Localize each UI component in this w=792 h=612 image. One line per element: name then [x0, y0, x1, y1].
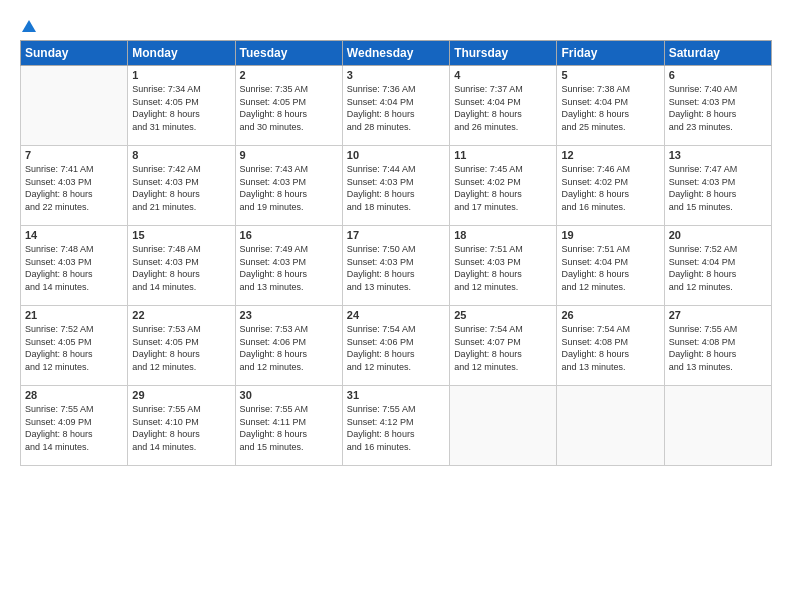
- day-number: 5: [561, 69, 659, 81]
- day-info: Sunrise: 7:54 AM Sunset: 4:08 PM Dayligh…: [561, 323, 659, 373]
- day-info: Sunrise: 7:51 AM Sunset: 4:03 PM Dayligh…: [454, 243, 552, 293]
- calendar-week-3: 14Sunrise: 7:48 AM Sunset: 4:03 PM Dayli…: [21, 226, 772, 306]
- calendar-header-monday: Monday: [128, 41, 235, 66]
- calendar-cell: 28Sunrise: 7:55 AM Sunset: 4:09 PM Dayli…: [21, 386, 128, 466]
- day-number: 12: [561, 149, 659, 161]
- day-number: 26: [561, 309, 659, 321]
- day-number: 25: [454, 309, 552, 321]
- calendar-cell: 5Sunrise: 7:38 AM Sunset: 4:04 PM Daylig…: [557, 66, 664, 146]
- calendar-header-row: SundayMondayTuesdayWednesdayThursdayFrid…: [21, 41, 772, 66]
- calendar-cell: 7Sunrise: 7:41 AM Sunset: 4:03 PM Daylig…: [21, 146, 128, 226]
- day-info: Sunrise: 7:53 AM Sunset: 4:06 PM Dayligh…: [240, 323, 338, 373]
- calendar-header-wednesday: Wednesday: [342, 41, 449, 66]
- day-number: 17: [347, 229, 445, 241]
- calendar-header-friday: Friday: [557, 41, 664, 66]
- calendar-cell: 21Sunrise: 7:52 AM Sunset: 4:05 PM Dayli…: [21, 306, 128, 386]
- calendar-header-tuesday: Tuesday: [235, 41, 342, 66]
- day-number: 24: [347, 309, 445, 321]
- day-info: Sunrise: 7:52 AM Sunset: 4:04 PM Dayligh…: [669, 243, 767, 293]
- day-number: 27: [669, 309, 767, 321]
- calendar-cell: 17Sunrise: 7:50 AM Sunset: 4:03 PM Dayli…: [342, 226, 449, 306]
- day-number: 21: [25, 309, 123, 321]
- calendar-cell: 2Sunrise: 7:35 AM Sunset: 4:05 PM Daylig…: [235, 66, 342, 146]
- day-number: 4: [454, 69, 552, 81]
- day-info: Sunrise: 7:40 AM Sunset: 4:03 PM Dayligh…: [669, 83, 767, 133]
- day-info: Sunrise: 7:51 AM Sunset: 4:04 PM Dayligh…: [561, 243, 659, 293]
- day-info: Sunrise: 7:52 AM Sunset: 4:05 PM Dayligh…: [25, 323, 123, 373]
- calendar-cell: 22Sunrise: 7:53 AM Sunset: 4:05 PM Dayli…: [128, 306, 235, 386]
- day-info: Sunrise: 7:41 AM Sunset: 4:03 PM Dayligh…: [25, 163, 123, 213]
- calendar-cell: 8Sunrise: 7:42 AM Sunset: 4:03 PM Daylig…: [128, 146, 235, 226]
- day-info: Sunrise: 7:37 AM Sunset: 4:04 PM Dayligh…: [454, 83, 552, 133]
- day-info: Sunrise: 7:42 AM Sunset: 4:03 PM Dayligh…: [132, 163, 230, 213]
- day-info: Sunrise: 7:55 AM Sunset: 4:12 PM Dayligh…: [347, 403, 445, 453]
- day-number: 23: [240, 309, 338, 321]
- calendar-cell: 25Sunrise: 7:54 AM Sunset: 4:07 PM Dayli…: [450, 306, 557, 386]
- day-number: 13: [669, 149, 767, 161]
- day-info: Sunrise: 7:54 AM Sunset: 4:06 PM Dayligh…: [347, 323, 445, 373]
- calendar-cell: 13Sunrise: 7:47 AM Sunset: 4:03 PM Dayli…: [664, 146, 771, 226]
- calendar-header-thursday: Thursday: [450, 41, 557, 66]
- calendar-week-2: 7Sunrise: 7:41 AM Sunset: 4:03 PM Daylig…: [21, 146, 772, 226]
- svg-marker-0: [22, 20, 36, 32]
- calendar-cell: 4Sunrise: 7:37 AM Sunset: 4:04 PM Daylig…: [450, 66, 557, 146]
- day-number: 11: [454, 149, 552, 161]
- day-info: Sunrise: 7:54 AM Sunset: 4:07 PM Dayligh…: [454, 323, 552, 373]
- calendar-cell: [450, 386, 557, 466]
- day-info: Sunrise: 7:55 AM Sunset: 4:10 PM Dayligh…: [132, 403, 230, 453]
- calendar-cell: 26Sunrise: 7:54 AM Sunset: 4:08 PM Dayli…: [557, 306, 664, 386]
- day-number: 1: [132, 69, 230, 81]
- day-info: Sunrise: 7:35 AM Sunset: 4:05 PM Dayligh…: [240, 83, 338, 133]
- day-number: 6: [669, 69, 767, 81]
- calendar-cell: 23Sunrise: 7:53 AM Sunset: 4:06 PM Dayli…: [235, 306, 342, 386]
- day-number: 30: [240, 389, 338, 401]
- day-number: 7: [25, 149, 123, 161]
- day-info: Sunrise: 7:48 AM Sunset: 4:03 PM Dayligh…: [25, 243, 123, 293]
- day-number: 29: [132, 389, 230, 401]
- day-number: 22: [132, 309, 230, 321]
- day-info: Sunrise: 7:50 AM Sunset: 4:03 PM Dayligh…: [347, 243, 445, 293]
- logo-arrow-icon: [21, 18, 37, 34]
- day-number: 16: [240, 229, 338, 241]
- day-number: 31: [347, 389, 445, 401]
- day-number: 10: [347, 149, 445, 161]
- calendar-header-sunday: Sunday: [21, 41, 128, 66]
- calendar-cell: 29Sunrise: 7:55 AM Sunset: 4:10 PM Dayli…: [128, 386, 235, 466]
- day-number: 3: [347, 69, 445, 81]
- day-number: 18: [454, 229, 552, 241]
- calendar-cell: 18Sunrise: 7:51 AM Sunset: 4:03 PM Dayli…: [450, 226, 557, 306]
- calendar-cell: 9Sunrise: 7:43 AM Sunset: 4:03 PM Daylig…: [235, 146, 342, 226]
- calendar-cell: 10Sunrise: 7:44 AM Sunset: 4:03 PM Dayli…: [342, 146, 449, 226]
- day-info: Sunrise: 7:47 AM Sunset: 4:03 PM Dayligh…: [669, 163, 767, 213]
- logo: [20, 18, 37, 34]
- day-info: Sunrise: 7:44 AM Sunset: 4:03 PM Dayligh…: [347, 163, 445, 213]
- calendar-cell: 14Sunrise: 7:48 AM Sunset: 4:03 PM Dayli…: [21, 226, 128, 306]
- day-info: Sunrise: 7:38 AM Sunset: 4:04 PM Dayligh…: [561, 83, 659, 133]
- day-number: 19: [561, 229, 659, 241]
- day-info: Sunrise: 7:48 AM Sunset: 4:03 PM Dayligh…: [132, 243, 230, 293]
- day-info: Sunrise: 7:55 AM Sunset: 4:11 PM Dayligh…: [240, 403, 338, 453]
- day-number: 28: [25, 389, 123, 401]
- day-info: Sunrise: 7:43 AM Sunset: 4:03 PM Dayligh…: [240, 163, 338, 213]
- calendar-cell: [557, 386, 664, 466]
- header: [20, 18, 772, 34]
- calendar-cell: [21, 66, 128, 146]
- day-info: Sunrise: 7:55 AM Sunset: 4:08 PM Dayligh…: [669, 323, 767, 373]
- day-info: Sunrise: 7:49 AM Sunset: 4:03 PM Dayligh…: [240, 243, 338, 293]
- day-info: Sunrise: 7:34 AM Sunset: 4:05 PM Dayligh…: [132, 83, 230, 133]
- calendar-table: SundayMondayTuesdayWednesdayThursdayFrid…: [20, 40, 772, 466]
- day-info: Sunrise: 7:45 AM Sunset: 4:02 PM Dayligh…: [454, 163, 552, 213]
- day-number: 8: [132, 149, 230, 161]
- day-info: Sunrise: 7:55 AM Sunset: 4:09 PM Dayligh…: [25, 403, 123, 453]
- calendar-cell: 12Sunrise: 7:46 AM Sunset: 4:02 PM Dayli…: [557, 146, 664, 226]
- day-info: Sunrise: 7:36 AM Sunset: 4:04 PM Dayligh…: [347, 83, 445, 133]
- calendar-cell: 24Sunrise: 7:54 AM Sunset: 4:06 PM Dayli…: [342, 306, 449, 386]
- calendar-cell: 3Sunrise: 7:36 AM Sunset: 4:04 PM Daylig…: [342, 66, 449, 146]
- calendar-week-1: 1Sunrise: 7:34 AM Sunset: 4:05 PM Daylig…: [21, 66, 772, 146]
- calendar-cell: 27Sunrise: 7:55 AM Sunset: 4:08 PM Dayli…: [664, 306, 771, 386]
- calendar-cell: 19Sunrise: 7:51 AM Sunset: 4:04 PM Dayli…: [557, 226, 664, 306]
- day-info: Sunrise: 7:46 AM Sunset: 4:02 PM Dayligh…: [561, 163, 659, 213]
- calendar-week-5: 28Sunrise: 7:55 AM Sunset: 4:09 PM Dayli…: [21, 386, 772, 466]
- calendar-cell: 31Sunrise: 7:55 AM Sunset: 4:12 PM Dayli…: [342, 386, 449, 466]
- calendar-cell: 15Sunrise: 7:48 AM Sunset: 4:03 PM Dayli…: [128, 226, 235, 306]
